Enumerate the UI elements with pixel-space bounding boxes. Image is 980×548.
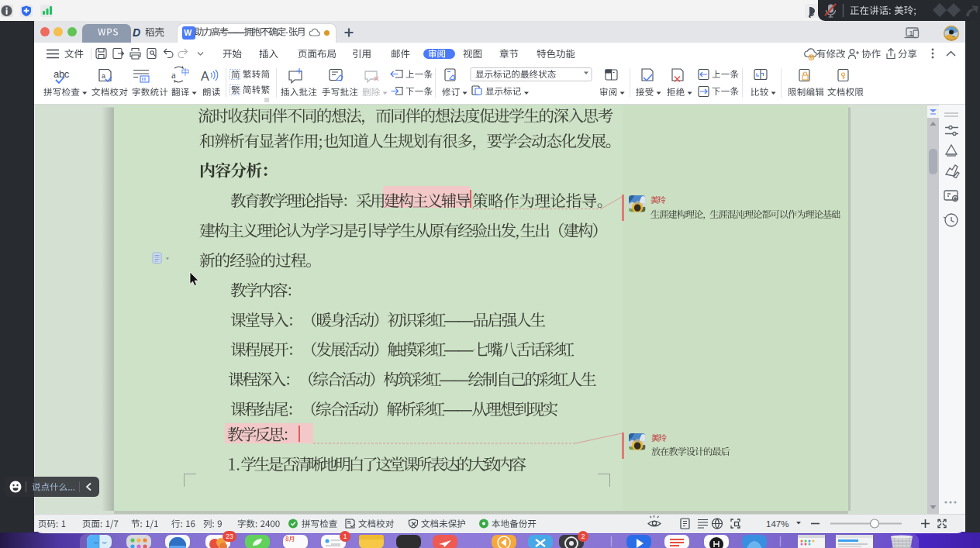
svg-text:abc: abc bbox=[53, 68, 70, 80]
svg-text:1: 1 bbox=[343, 532, 347, 540]
svg-text:a: a bbox=[171, 69, 176, 81]
svg-text:W: W bbox=[184, 28, 192, 37]
svg-text:1: 1 bbox=[909, 29, 913, 37]
svg-text:2: 2 bbox=[581, 532, 585, 540]
svg-text:147%: 147% bbox=[766, 519, 788, 529]
svg-text:D: D bbox=[133, 26, 140, 39]
svg-text:a: a bbox=[102, 72, 105, 80]
svg-text:A: A bbox=[201, 70, 209, 83]
svg-text:23: 23 bbox=[226, 532, 233, 540]
